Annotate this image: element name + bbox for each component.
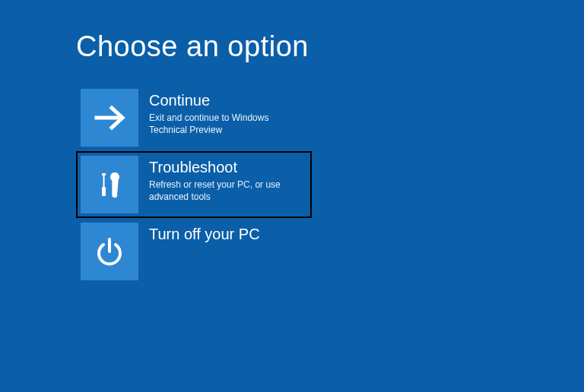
- svg-rect-1: [102, 173, 106, 175]
- page-title: Choose an option: [76, 30, 584, 63]
- power-icon: [93, 235, 126, 268]
- turnoff-tile: [81, 223, 138, 280]
- troubleshoot-text: Troubleshoot Refresh or reset your PC, o…: [138, 156, 301, 203]
- continue-desc: Exit and continue to Windows Technical P…: [149, 112, 301, 136]
- continue-title: Continue: [149, 92, 301, 109]
- svg-rect-2: [103, 175, 105, 187]
- svg-rect-3: [102, 187, 106, 196]
- recovery-screen: Choose an option Continue Exit and conti…: [0, 0, 584, 285]
- turnoff-text: Turn off your PC: [138, 223, 260, 245]
- option-continue[interactable]: Continue Exit and continue to Windows Te…: [76, 84, 312, 151]
- turnoff-title: Turn off your PC: [149, 226, 260, 243]
- option-troubleshoot[interactable]: Troubleshoot Refresh or reset your PC, o…: [76, 151, 312, 218]
- tools-icon: [93, 168, 126, 201]
- troubleshoot-tile: [81, 156, 138, 213]
- continue-text: Continue Exit and continue to Windows Te…: [138, 89, 301, 136]
- continue-tile: [81, 89, 138, 147]
- troubleshoot-title: Troubleshoot: [149, 159, 301, 176]
- troubleshoot-desc: Refresh or reset your PC, or use advance…: [149, 179, 301, 203]
- option-turnoff[interactable]: Turn off your PC: [76, 218, 312, 285]
- options-list: Continue Exit and continue to Windows Te…: [76, 84, 584, 285]
- arrow-right-icon: [92, 100, 127, 135]
